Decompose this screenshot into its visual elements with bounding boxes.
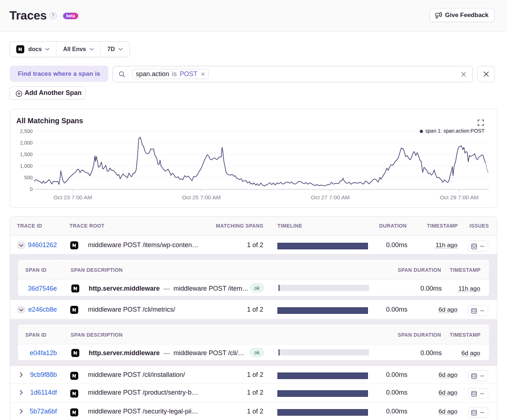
svg-text:1,000: 1,000 bbox=[20, 163, 33, 169]
svg-text:2,500: 2,500 bbox=[20, 128, 33, 134]
svg-text:Oct 27 7:00 AM: Oct 27 7:00 AM bbox=[311, 194, 350, 200]
svg-text:Oct 29 7:00 AM: Oct 29 7:00 AM bbox=[440, 194, 479, 200]
svg-text:Oct 25 7:00 AM: Oct 25 7:00 AM bbox=[182, 194, 221, 200]
svg-text:1,500: 1,500 bbox=[20, 151, 33, 157]
svg-text:2,000: 2,000 bbox=[20, 140, 33, 146]
svg-text:Oct 23 7:00 AM: Oct 23 7:00 AM bbox=[54, 194, 92, 200]
svg-text:500: 500 bbox=[24, 175, 33, 180]
svg-text:0: 0 bbox=[30, 186, 33, 192]
